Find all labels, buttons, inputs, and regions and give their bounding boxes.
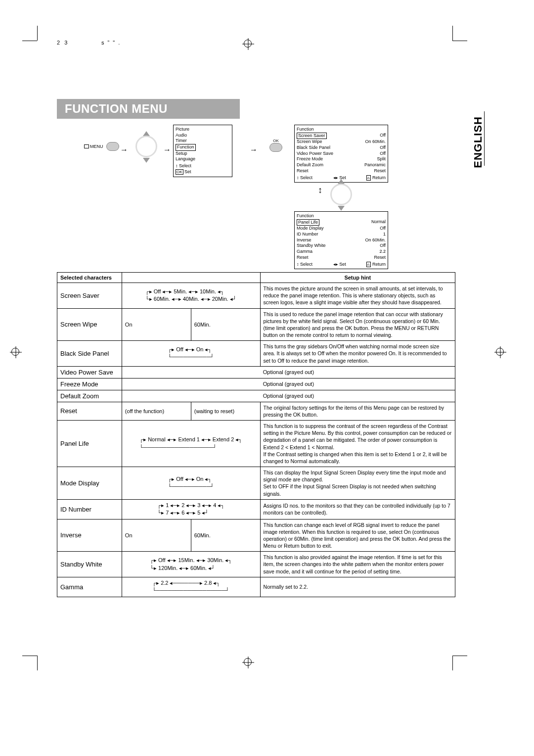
page-title: FUNCTION MENU: [57, 99, 240, 119]
function-spec-table: Selected characters Setup hint Screen Sa…: [57, 272, 455, 597]
row-name: Standby White: [57, 552, 122, 577]
row-options: ┌▸ 2.2 ◂───────▸ 2.8 ◂┐└────────────────…: [122, 577, 260, 597]
menu-button-label: MENU: [90, 144, 103, 149]
row-options: ┌▸ Off ◂─▸ On ◂┐└──────────┘: [122, 467, 260, 500]
row-name: Default Zoom: [57, 390, 122, 402]
function-menu-box-1: FunctionScreen SaverOffScreen WipeOn 60M…: [294, 125, 388, 183]
dpad-icon: [132, 132, 162, 162]
row-name: Panel Life: [57, 421, 122, 467]
col-characters: Selected characters: [57, 273, 122, 283]
row-name: Screen Wipe: [57, 308, 122, 341]
page-number: 2 3: [57, 40, 69, 46]
dpad-icon: ↕: [327, 180, 356, 210]
col-hint: Setup hint: [260, 273, 455, 283]
row-option-1: (off the function): [122, 402, 191, 420]
row-option-2: (waiting to reset): [191, 402, 260, 420]
row-hint: This function is to suppress the contras…: [260, 421, 455, 467]
row-option-2: 60Min.: [191, 519, 260, 552]
arrow-icon: →: [120, 145, 128, 154]
ok-button-label: OK: [269, 139, 282, 143]
registration-mark: [242, 657, 254, 668]
row-hint: This is used to reduce the panel image r…: [260, 308, 455, 341]
function-menu-box-2: FunctionPanel LifeNormalMode DisplayOffI…: [294, 211, 388, 269]
row-options: ┌▸ 1 ◂─▸ 2 ◂─▸ 3 ◂─▸ 4 ◂┐└▸ 7 ◂─▸ 6 ◂─▸ …: [122, 499, 260, 519]
row-name: Video Power Save: [57, 366, 122, 378]
ok-button-icon: [269, 143, 282, 152]
registration-mark: [10, 346, 22, 358]
menu-navigation-diagram: MENU → → PictureAudioTimerFunctionSetupL…: [57, 125, 482, 268]
row-options: ┌▸ Off ◂─▸ On ◂┐└──────────┘: [122, 341, 260, 367]
row-name: Freeze Mode: [57, 378, 122, 390]
menu-button-icon: [106, 142, 119, 151]
row-hint: Assigns ID nos. to the monitors so that …: [260, 499, 455, 519]
row-name: Reset: [57, 402, 122, 420]
row-options: ┌▸ Off ◂─▸ 15Min. ◂─▸ 30Min. ◂┐└▸ 120Min…: [122, 552, 260, 577]
row-name: ID Number: [57, 499, 122, 519]
row-span-text: Optional (grayed out): [122, 390, 455, 402]
row-hint: Normally set to 2.2.: [260, 577, 455, 597]
row-hint: This moves the picture around the screen…: [260, 283, 455, 309]
row-hint: This turns the gray sidebars On/Off when…: [260, 341, 455, 367]
row-option-1: On: [122, 308, 191, 341]
row-name: Black Side Panel: [57, 341, 122, 367]
row-span-text: Optional (grayed out): [122, 366, 455, 378]
arrow-icon: →: [250, 145, 258, 154]
row-name: Inverse: [57, 519, 122, 552]
row-name: Gamma: [57, 577, 122, 597]
row-option-2: 60Min.: [191, 308, 260, 341]
row-span-text: Optional (grayed out): [122, 378, 455, 390]
arrow-icon: →: [163, 145, 171, 154]
row-name: Screen Saver: [57, 283, 122, 309]
row-hint: This function is also provided against t…: [260, 552, 455, 577]
row-options: ┌▸ Normal ◂─▸ Extend 1 ◂─▸ Extend 2 ◂┐└─…: [122, 421, 260, 467]
row-hint: This can display the Input Signal Screen…: [260, 467, 455, 500]
header-fragment: s ” " .: [101, 40, 121, 46]
row-options: ┌▸ Off ◂─▸ 5Min. ◂─▸ 10Min. ◂┐└▸ 60Min. …: [122, 283, 260, 309]
row-option-1: On: [122, 519, 191, 552]
row-hint: This function can change each level of R…: [260, 519, 455, 552]
registration-mark: [494, 346, 506, 358]
main-menu-box: PictureAudioTimerFunctionSetupLanguage ↕…: [173, 125, 232, 177]
row-hint: The original factory settings for the it…: [260, 402, 455, 420]
row-name: Mode Display: [57, 467, 122, 500]
